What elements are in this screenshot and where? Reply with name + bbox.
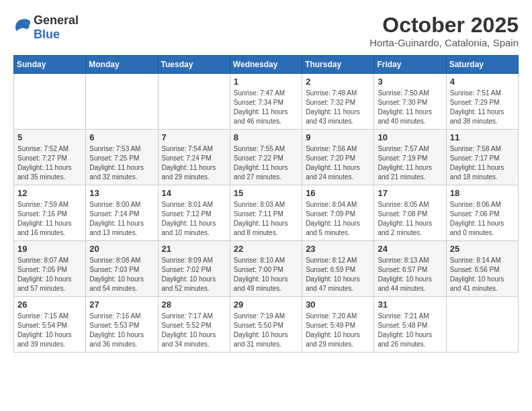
day-number: 13 xyxy=(89,188,154,198)
day-info: Sunrise: 7:54 AM Sunset: 7:24 PM Dayligh… xyxy=(162,144,226,182)
day-cell xyxy=(86,74,158,130)
day-number: 22 xyxy=(234,244,298,254)
title-area: October 2025 Horta-Guinardo, Catalonia, … xyxy=(369,13,519,48)
day-cell: 4Sunrise: 7:51 AM Sunset: 7:29 PM Daylig… xyxy=(446,74,518,130)
day-number: 27 xyxy=(89,300,154,310)
day-cell: 23Sunrise: 8:12 AM Sunset: 6:59 PM Dayli… xyxy=(302,241,374,297)
day-cell: 12Sunrise: 7:59 AM Sunset: 7:16 PM Dayli… xyxy=(14,185,86,241)
day-number: 11 xyxy=(450,132,515,142)
day-cell: 26Sunrise: 7:15 AM Sunset: 5:54 PM Dayli… xyxy=(14,297,86,353)
day-number: 28 xyxy=(162,300,226,310)
day-number: 2 xyxy=(306,77,370,87)
day-info: Sunrise: 7:48 AM Sunset: 7:32 PM Dayligh… xyxy=(306,89,370,126)
day-info: Sunrise: 8:00 AM Sunset: 7:14 PM Dayligh… xyxy=(89,200,154,238)
day-info: Sunrise: 7:57 AM Sunset: 7:19 PM Dayligh… xyxy=(378,144,442,182)
day-number: 21 xyxy=(162,244,226,254)
day-info: Sunrise: 8:12 AM Sunset: 6:59 PM Dayligh… xyxy=(306,256,370,293)
day-number: 31 xyxy=(378,300,442,310)
day-cell: 29Sunrise: 7:19 AM Sunset: 5:50 PM Dayli… xyxy=(230,297,302,353)
day-info: Sunrise: 7:52 AM Sunset: 7:27 PM Dayligh… xyxy=(17,144,82,182)
day-cell xyxy=(446,297,518,353)
day-cell: 31Sunrise: 7:21 AM Sunset: 5:48 PM Dayli… xyxy=(374,297,446,353)
weekday-header-monday: Monday xyxy=(86,56,158,74)
day-info: Sunrise: 7:16 AM Sunset: 5:53 PM Dayligh… xyxy=(89,312,154,349)
day-info: Sunrise: 7:55 AM Sunset: 7:22 PM Dayligh… xyxy=(234,144,298,182)
day-number: 6 xyxy=(89,132,154,142)
day-number: 10 xyxy=(378,132,442,142)
day-number: 17 xyxy=(378,188,442,198)
day-info: Sunrise: 8:04 AM Sunset: 7:09 PM Dayligh… xyxy=(306,200,370,238)
week-row-4: 19Sunrise: 8:07 AM Sunset: 7:05 PM Dayli… xyxy=(14,241,519,297)
day-info: Sunrise: 8:13 AM Sunset: 6:57 PM Dayligh… xyxy=(378,256,442,293)
day-number: 23 xyxy=(306,244,370,254)
day-info: Sunrise: 7:53 AM Sunset: 7:25 PM Dayligh… xyxy=(89,144,154,182)
day-info: Sunrise: 7:19 AM Sunset: 5:50 PM Dayligh… xyxy=(234,312,298,349)
day-cell: 10Sunrise: 7:57 AM Sunset: 7:19 PM Dayli… xyxy=(374,130,446,185)
day-number: 14 xyxy=(162,188,226,198)
day-cell: 22Sunrise: 8:10 AM Sunset: 7:00 PM Dayli… xyxy=(230,241,302,297)
day-info: Sunrise: 7:17 AM Sunset: 5:52 PM Dayligh… xyxy=(162,312,226,349)
day-info: Sunrise: 7:21 AM Sunset: 5:48 PM Dayligh… xyxy=(378,312,442,349)
day-number: 25 xyxy=(450,244,515,254)
day-cell: 16Sunrise: 8:04 AM Sunset: 7:09 PM Dayli… xyxy=(302,185,374,241)
day-info: Sunrise: 7:47 AM Sunset: 7:34 PM Dayligh… xyxy=(234,89,298,126)
weekday-header-friday: Friday xyxy=(374,56,446,74)
day-cell: 27Sunrise: 7:16 AM Sunset: 5:53 PM Dayli… xyxy=(86,297,158,353)
day-cell: 19Sunrise: 8:07 AM Sunset: 7:05 PM Dayli… xyxy=(14,241,86,297)
day-number: 1 xyxy=(234,77,298,87)
calendar: SundayMondayTuesdayWednesdayThursdayFrid… xyxy=(13,55,519,353)
day-info: Sunrise: 8:07 AM Sunset: 7:05 PM Dayligh… xyxy=(17,256,82,293)
day-number: 24 xyxy=(378,244,442,254)
week-row-2: 5Sunrise: 7:52 AM Sunset: 7:27 PM Daylig… xyxy=(14,130,519,185)
day-cell: 13Sunrise: 8:00 AM Sunset: 7:14 PM Dayli… xyxy=(86,185,158,241)
day-info: Sunrise: 8:06 AM Sunset: 7:06 PM Dayligh… xyxy=(450,200,515,238)
day-number: 7 xyxy=(162,132,226,142)
day-cell: 17Sunrise: 8:05 AM Sunset: 7:08 PM Dayli… xyxy=(374,185,446,241)
day-cell: 14Sunrise: 8:01 AM Sunset: 7:12 PM Dayli… xyxy=(158,185,230,241)
day-number: 20 xyxy=(89,244,154,254)
day-number: 18 xyxy=(450,188,515,198)
day-number: 3 xyxy=(378,77,442,87)
weekday-header-sunday: Sunday xyxy=(14,56,86,74)
day-info: Sunrise: 7:58 AM Sunset: 7:17 PM Dayligh… xyxy=(450,144,515,182)
header: General Blue October 2025 Horta-Guinardo… xyxy=(13,13,519,48)
day-cell: 3Sunrise: 7:50 AM Sunset: 7:30 PM Daylig… xyxy=(374,74,446,130)
day-info: Sunrise: 8:09 AM Sunset: 7:02 PM Dayligh… xyxy=(162,256,226,293)
day-number: 16 xyxy=(306,188,370,198)
day-info: Sunrise: 8:01 AM Sunset: 7:12 PM Dayligh… xyxy=(162,200,226,238)
week-row-5: 26Sunrise: 7:15 AM Sunset: 5:54 PM Dayli… xyxy=(14,297,519,353)
day-cell: 6Sunrise: 7:53 AM Sunset: 7:25 PM Daylig… xyxy=(86,130,158,185)
logo: General Blue xyxy=(13,13,79,42)
day-info: Sunrise: 8:08 AM Sunset: 7:03 PM Dayligh… xyxy=(89,256,154,293)
day-number: 5 xyxy=(17,132,82,142)
day-cell: 9Sunrise: 7:56 AM Sunset: 7:20 PM Daylig… xyxy=(302,130,374,185)
day-number: 4 xyxy=(450,77,515,87)
day-number: 19 xyxy=(17,244,82,254)
day-info: Sunrise: 7:15 AM Sunset: 5:54 PM Dayligh… xyxy=(17,312,82,349)
logo-text: General Blue xyxy=(34,13,79,42)
day-cell: 15Sunrise: 8:03 AM Sunset: 7:11 PM Dayli… xyxy=(230,185,302,241)
day-cell: 11Sunrise: 7:58 AM Sunset: 7:17 PM Dayli… xyxy=(446,130,518,185)
day-info: Sunrise: 8:10 AM Sunset: 7:00 PM Dayligh… xyxy=(234,256,298,293)
day-number: 9 xyxy=(306,132,370,142)
day-cell xyxy=(158,74,230,130)
day-info: Sunrise: 8:03 AM Sunset: 7:11 PM Dayligh… xyxy=(234,200,298,238)
day-number: 12 xyxy=(17,188,82,198)
day-cell: 30Sunrise: 7:20 AM Sunset: 5:49 PM Dayli… xyxy=(302,297,374,353)
weekday-header-thursday: Thursday xyxy=(302,56,374,74)
day-info: Sunrise: 7:59 AM Sunset: 7:16 PM Dayligh… xyxy=(17,200,82,238)
day-cell: 8Sunrise: 7:55 AM Sunset: 7:22 PM Daylig… xyxy=(230,130,302,185)
day-cell: 2Sunrise: 7:48 AM Sunset: 7:32 PM Daylig… xyxy=(302,74,374,130)
month-title: October 2025 xyxy=(369,13,519,37)
day-cell: 5Sunrise: 7:52 AM Sunset: 7:27 PM Daylig… xyxy=(14,130,86,185)
day-info: Sunrise: 7:56 AM Sunset: 7:20 PM Dayligh… xyxy=(306,144,370,182)
day-cell: 7Sunrise: 7:54 AM Sunset: 7:24 PM Daylig… xyxy=(158,130,230,185)
day-info: Sunrise: 8:14 AM Sunset: 6:56 PM Dayligh… xyxy=(450,256,515,293)
day-number: 26 xyxy=(17,300,82,310)
weekday-header-wednesday: Wednesday xyxy=(230,56,302,74)
day-cell xyxy=(14,74,86,130)
week-row-3: 12Sunrise: 7:59 AM Sunset: 7:16 PM Dayli… xyxy=(14,185,519,241)
day-info: Sunrise: 7:51 AM Sunset: 7:29 PM Dayligh… xyxy=(450,89,515,126)
weekday-header-saturday: Saturday xyxy=(446,56,518,74)
day-info: Sunrise: 7:50 AM Sunset: 7:30 PM Dayligh… xyxy=(378,89,442,126)
